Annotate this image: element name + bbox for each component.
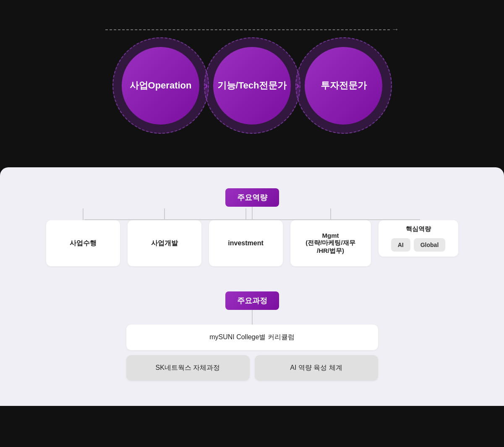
circle-inner-3: 투자 전문가	[305, 47, 382, 125]
card-investment: investment	[209, 220, 283, 266]
vconnector-2	[252, 310, 253, 325]
card-mgmt: Mgmt(전략/마케팅/재무/HR/법무)	[290, 220, 371, 266]
card2-sknetworks-label: SK네트웍스 자체과정	[156, 364, 220, 371]
circle-inner-2: 기능/Tech 전문가	[213, 47, 291, 125]
badge2: 주요과정	[225, 291, 279, 310]
tag-global: Global	[414, 238, 446, 252]
circle-1: 사업 Operation	[112, 37, 209, 134]
dashed-arrow-icon: →	[392, 25, 399, 34]
tree-section-2	[34, 310, 470, 325]
haeksim-tags: AI Global	[379, 236, 458, 257]
circle-inner-1: 사업 Operation	[122, 47, 199, 125]
circle-3: 투자 전문가	[295, 37, 392, 134]
card-haeksim: 핵심역량 AI Global	[379, 220, 458, 257]
card-saupgaebal: 사업개발	[128, 220, 201, 266]
card-investment-label: investment	[228, 239, 263, 247]
top-section: → 사업 Operation › 기능/Tech 전	[0, 0, 504, 167]
card2-mysuni: mySUNI College별 커리큘럼	[126, 325, 378, 350]
tag-ai: AI	[391, 238, 410, 252]
card2-mysuni-label: mySUNI College별 커리큘럼	[209, 333, 295, 340]
card2-ai-label: AI 역량 육성 체계	[290, 364, 342, 371]
card2-ai: AI 역량 육성 체계	[255, 355, 378, 381]
haeksim-title: 핵심역량	[379, 220, 458, 236]
circles-container: 사업 Operation › 기능/Tech 전문가 ›	[112, 37, 392, 134]
circle-2: 기능/Tech 전문가	[204, 37, 300, 134]
badge2-container: 주요과정	[34, 291, 470, 310]
circle-outer-1: 사업 Operation	[112, 37, 209, 134]
card2-sknetworks: SK네트웍스 자체과정	[126, 355, 250, 381]
tree-section	[34, 207, 470, 220]
juyo-gwajeong-section: 주요과정 mySUNI College별 커리큘럼 SK네트웍스 자체과정 AI…	[34, 291, 470, 381]
cards-area-2: mySUNI College별 커리큘럼 SK네트웍스 자체과정 AI 역량 육…	[34, 325, 470, 381]
circle-outer-3: 투자 전문가	[295, 37, 392, 134]
cards-row-2: mySUNI College별 커리큘럼 SK네트웍스 자체과정 AI 역량 육…	[126, 325, 378, 381]
badge1-container: 주요역량	[34, 188, 470, 207]
circle-label-3b: 전문가	[339, 79, 367, 92]
juyo-yeokryang-section: 주요역량 사업수행 사업개발 investment Mgmt(전략/마케팅/재무…	[34, 188, 470, 266]
cards-row: 사업수행 사업개발 investment Mgmt(전략/마케팅/재무/HR/법…	[34, 220, 470, 266]
card-saupsuhaeng: 사업수행	[46, 220, 120, 266]
card-saupgaebal-label: 사업개발	[151, 239, 178, 248]
bottom-section: 주요역량 사업수행 사업개발 investment Mgmt(전략/마케팅/재무…	[0, 167, 504, 406]
circle-label-1b: Operation	[148, 79, 192, 92]
circle-label-2a: 기능/Tech	[217, 79, 259, 92]
card-mgmt-label: Mgmt(전략/마케팅/재무/HR/법무)	[306, 232, 355, 255]
arrow-icon-2: ›	[296, 80, 300, 91]
circle-outer-2: 기능/Tech 전문가	[204, 37, 300, 134]
arrow-icon-1: ›	[205, 80, 208, 91]
circle-label-2b: 전문가	[259, 79, 287, 92]
circle-label-1a: 사업	[130, 79, 148, 92]
vline-top	[252, 207, 253, 219]
card2-bottom-row: SK네트웍스 자체과정 AI 역량 육성 체계	[126, 355, 378, 381]
card-saupsuhaeng-label: 사업수행	[70, 239, 97, 248]
badge1: 주요역량	[225, 188, 279, 207]
circle-label-3a: 투자	[321, 79, 339, 92]
